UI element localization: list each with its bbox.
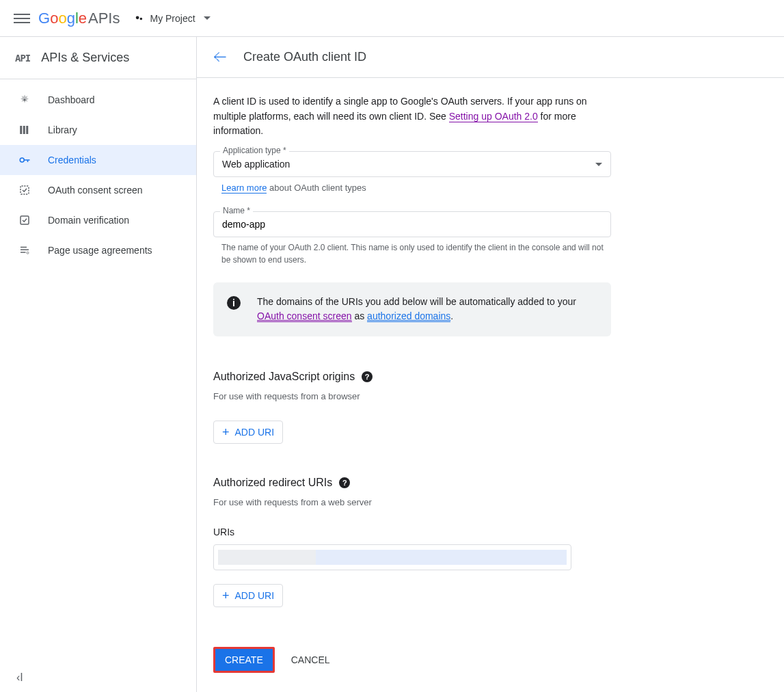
top-header: Google APIs My Project bbox=[0, 0, 784, 37]
main-header: 🡠 Create OAuth client ID bbox=[197, 37, 784, 78]
js-origins-title: Authorized JavaScript origins ? bbox=[213, 371, 611, 383]
caret-down-icon bbox=[595, 163, 602, 166]
main-content: 🡠 Create OAuth client ID A client ID is … bbox=[197, 37, 784, 692]
svg-rect-13 bbox=[21, 252, 26, 253]
logo-suffix: APIs bbox=[88, 10, 120, 27]
js-origins-subtitle: For use with requests from a browser bbox=[213, 391, 611, 401]
google-apis-logo[interactable]: Google APIs bbox=[38, 10, 120, 27]
sidebar-item-library[interactable]: Library bbox=[0, 115, 196, 145]
project-name: My Project bbox=[150, 13, 195, 24]
info-icon: i bbox=[227, 296, 241, 310]
field-label: Application type * bbox=[220, 146, 289, 155]
add-redirect-uri-button[interactable]: + ADD URI bbox=[213, 584, 283, 607]
sidebar-item-label: Dashboard bbox=[48, 94, 95, 105]
agreements-icon bbox=[18, 243, 31, 257]
redacted-value bbox=[218, 550, 567, 565]
svg-point-0 bbox=[136, 16, 139, 19]
dashboard-icon bbox=[18, 93, 31, 107]
oauth-consent-link[interactable]: OAuth consent screen bbox=[257, 310, 352, 322]
field-label: Name * bbox=[220, 206, 253, 215]
cancel-button[interactable]: CANCEL bbox=[287, 649, 334, 671]
authorized-domains-link[interactable]: authorized domains bbox=[367, 310, 450, 322]
project-icon bbox=[135, 14, 144, 23]
page-title: Create OAuth client ID bbox=[243, 50, 366, 64]
svg-rect-11 bbox=[21, 247, 27, 248]
sidebar-item-credentials[interactable]: Credentials bbox=[0, 145, 196, 175]
sidebar-item-label: OAuth consent screen bbox=[48, 185, 143, 196]
select-value: Web application bbox=[222, 159, 290, 170]
name-input[interactable] bbox=[213, 211, 611, 237]
sidebar-item-page-usage[interactable]: Page usage agreements bbox=[0, 235, 196, 265]
learn-more-link[interactable]: Learn more bbox=[221, 183, 267, 194]
sidebar-header: API APIs & Services bbox=[0, 37, 196, 79]
application-type-field: Application type * Web application bbox=[213, 151, 611, 177]
uris-label: URIs bbox=[213, 527, 611, 537]
sidebar-title: APIs & Services bbox=[41, 51, 129, 65]
name-helper-text: The name of your OAuth 2.0 client. This … bbox=[221, 241, 611, 266]
description-text: A client ID is used to identify a single… bbox=[213, 94, 611, 139]
svg-rect-3 bbox=[20, 126, 22, 134]
help-icon[interactable]: ? bbox=[339, 477, 350, 488]
svg-point-1 bbox=[140, 17, 143, 19]
svg-rect-10 bbox=[21, 216, 29, 224]
verify-icon bbox=[18, 213, 31, 227]
sidebar-item-label: Credentials bbox=[48, 155, 96, 165]
back-arrow-icon[interactable]: 🡠 bbox=[213, 49, 227, 65]
sidebar: API APIs & Services Dashboard Library Cr… bbox=[0, 37, 197, 692]
svg-point-2 bbox=[24, 99, 26, 101]
plus-icon: + bbox=[222, 589, 230, 602]
caret-down-icon bbox=[204, 16, 211, 20]
help-icon[interactable]: ? bbox=[362, 371, 373, 382]
redirect-uri-input[interactable] bbox=[213, 544, 571, 570]
learn-more-suffix: about OAuth client types bbox=[267, 183, 366, 193]
svg-point-14 bbox=[27, 252, 29, 254]
redirect-uris-title: Authorized redirect URIs ? bbox=[213, 477, 611, 489]
hamburger-menu-icon[interactable] bbox=[14, 10, 30, 27]
info-banner: i The domains of the URIs you add below … bbox=[213, 282, 611, 336]
sidebar-item-label: Page usage agreements bbox=[48, 245, 152, 256]
plus-icon: + bbox=[222, 426, 230, 438]
library-icon bbox=[18, 123, 31, 137]
sidebar-item-label: Library bbox=[48, 124, 77, 135]
create-button[interactable]: CREATE bbox=[213, 647, 275, 673]
sidebar-item-oauth-consent[interactable]: OAuth consent screen bbox=[0, 175, 196, 205]
svg-rect-12 bbox=[21, 250, 29, 251]
redirect-uris-subtitle: For use with requests from a web server bbox=[213, 497, 611, 507]
sidebar-item-domain-verification[interactable]: Domain verification bbox=[0, 205, 196, 235]
consent-icon bbox=[18, 183, 31, 197]
svg-rect-5 bbox=[26, 126, 28, 134]
svg-point-6 bbox=[20, 158, 24, 162]
svg-rect-4 bbox=[23, 126, 25, 134]
sidebar-item-label: Domain verification bbox=[48, 215, 129, 226]
collapse-sidebar-icon[interactable]: ‹I bbox=[16, 671, 23, 684]
svg-rect-9 bbox=[21, 186, 29, 194]
key-icon bbox=[18, 153, 31, 167]
add-js-origin-button[interactable]: + ADD URI bbox=[213, 421, 283, 444]
name-field-wrap: Name * bbox=[213, 211, 611, 237]
api-badge-icon: API bbox=[15, 53, 30, 64]
sidebar-item-dashboard[interactable]: Dashboard bbox=[0, 85, 196, 115]
setup-oauth-link[interactable]: Setting up OAuth 2.0 bbox=[449, 111, 538, 122]
project-selector[interactable]: My Project bbox=[129, 10, 215, 27]
